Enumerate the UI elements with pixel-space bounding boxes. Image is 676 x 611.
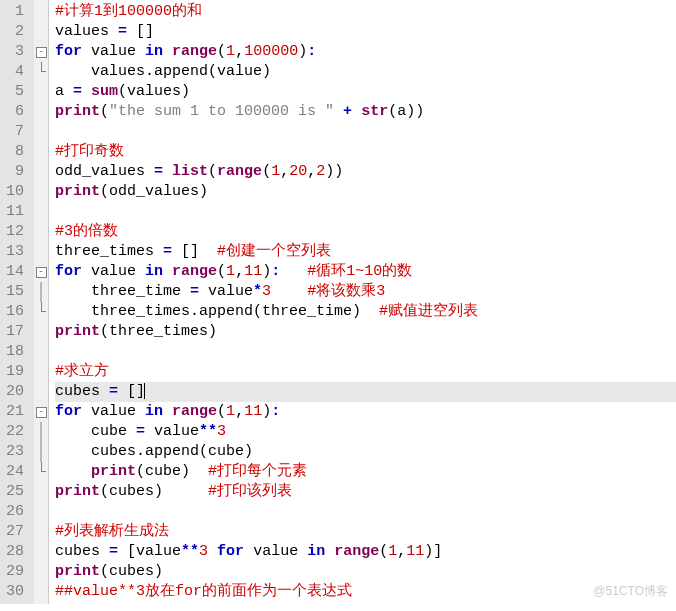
- name-token: value: [244, 543, 307, 560]
- line-number: 16: [0, 302, 34, 322]
- line-number: 25: [0, 482, 34, 502]
- code-line[interactable]: #计算1到100000的和: [55, 2, 676, 22]
- code-line[interactable]: values.append(value): [55, 62, 676, 82]
- operator-token: =: [163, 243, 172, 260]
- name-token: (: [262, 163, 271, 180]
- name-token: []: [127, 23, 154, 40]
- code-line[interactable]: for value in range(1,11): #循环1~10的数: [55, 262, 676, 282]
- keyword-token: in: [307, 543, 325, 560]
- name-token: (: [217, 43, 226, 60]
- number-token: 1: [271, 163, 280, 180]
- name-token: []: [118, 383, 145, 400]
- code-line[interactable]: print(cubes): [55, 562, 676, 582]
- name-token: (: [100, 103, 109, 120]
- fold-marker[interactable]: -: [34, 402, 48, 422]
- code-line[interactable]: three_time = value*3 #将该数乘3: [55, 282, 676, 302]
- builtin-token: sum: [91, 83, 118, 100]
- name-token: value: [199, 283, 253, 300]
- line-number: 13: [0, 242, 34, 262]
- code-line[interactable]: three_times = [] #创建一个空列表: [55, 242, 676, 262]
- name-token: three_times: [55, 243, 163, 260]
- code-line[interactable]: #列表解析生成法: [55, 522, 676, 542]
- builtin-token: print: [55, 323, 100, 340]
- code-line[interactable]: [55, 202, 676, 222]
- code-line[interactable]: print(odd_values): [55, 182, 676, 202]
- code-line[interactable]: print(cube) #打印每个元素: [55, 462, 676, 482]
- code-line[interactable]: [55, 122, 676, 142]
- code-line[interactable]: cubes.append(cube): [55, 442, 676, 462]
- name-token: value: [82, 263, 145, 280]
- fold-marker: [34, 122, 48, 142]
- code-line[interactable]: [55, 342, 676, 362]
- builtin-token: print: [55, 483, 100, 500]
- string-token: "the sum 1 to 100000 is ": [109, 103, 334, 120]
- number-token: 2: [316, 163, 325, 180]
- fold-marker: [34, 562, 48, 582]
- line-number: 6: [0, 102, 34, 122]
- comment-token: #计算1到100000的和: [55, 3, 202, 20]
- fold-marker: [34, 522, 48, 542]
- number-token: 3: [217, 423, 226, 440]
- name-token: values: [55, 23, 118, 40]
- name-token: cubes.append(cube): [55, 443, 253, 460]
- code-line[interactable]: a = sum(values): [55, 82, 676, 102]
- code-line[interactable]: odd_values = list(range(1,20,2)): [55, 162, 676, 182]
- code-line[interactable]: values = []: [55, 22, 676, 42]
- fold-toggle-icon[interactable]: -: [36, 47, 47, 58]
- comment-token: #打印该列表: [208, 483, 292, 500]
- code-area[interactable]: #计算1到100000的和values = []for value in ran…: [49, 0, 676, 604]
- name-token: (: [208, 163, 217, 180]
- builtin-token: str: [361, 103, 388, 120]
- number-token: 11: [244, 263, 262, 280]
- fold-column[interactable]: ---: [34, 0, 49, 604]
- code-editor[interactable]: 1234567891011121314151617181920212223242…: [0, 0, 676, 604]
- code-line[interactable]: #打印奇数: [55, 142, 676, 162]
- line-number: 28: [0, 542, 34, 562]
- line-number: 17: [0, 322, 34, 342]
- line-number: 27: [0, 522, 34, 542]
- comment-token: #3的倍数: [55, 223, 118, 240]
- fold-marker: [34, 282, 48, 302]
- line-number: 18: [0, 342, 34, 362]
- builtin-token: range: [334, 543, 379, 560]
- name-token: (cubes): [100, 483, 208, 500]
- code-line[interactable]: #求立方: [55, 362, 676, 382]
- comment-token: #创建一个空列表: [217, 243, 331, 260]
- code-line[interactable]: for value in range(1,100000):: [55, 42, 676, 62]
- comment-token: #求立方: [55, 363, 109, 380]
- comment-token: #赋值进空列表: [379, 303, 478, 320]
- line-number: 15: [0, 282, 34, 302]
- name-token: [352, 103, 361, 120]
- builtin-token: range: [172, 263, 217, 280]
- code-line[interactable]: print("the sum 1 to 100000 is " + str(a)…: [55, 102, 676, 122]
- fold-toggle-icon[interactable]: -: [36, 407, 47, 418]
- code-line[interactable]: three_times.append(three_time) #赋值进空列表: [55, 302, 676, 322]
- fold-marker: [34, 202, 48, 222]
- name-token: cubes: [55, 383, 109, 400]
- name-token: odd_values: [55, 163, 154, 180]
- fold-marker[interactable]: -: [34, 262, 48, 282]
- code-line[interactable]: ##value**3放在for的前面作为一个表达式: [55, 582, 676, 602]
- fold-toggle-icon[interactable]: -: [36, 267, 47, 278]
- code-line[interactable]: [55, 502, 676, 522]
- name-token: cubes: [55, 543, 109, 560]
- operator-token: =: [109, 383, 118, 400]
- builtin-token: range: [172, 43, 217, 60]
- code-line[interactable]: cube = value**3: [55, 422, 676, 442]
- line-number: 21: [0, 402, 34, 422]
- code-line[interactable]: print(cubes) #打印该列表: [55, 482, 676, 502]
- code-line[interactable]: #3的倍数: [55, 222, 676, 242]
- code-line[interactable]: cubes = [value**3 for value in range(1,1…: [55, 542, 676, 562]
- line-number: 20: [0, 382, 34, 402]
- fold-marker: [34, 102, 48, 122]
- operator-token: =: [109, 543, 118, 560]
- fold-marker[interactable]: -: [34, 42, 48, 62]
- name-token: ,: [307, 163, 316, 180]
- code-line[interactable]: print(three_times): [55, 322, 676, 342]
- name-token: value: [82, 43, 145, 60]
- fold-marker: [34, 22, 48, 42]
- line-number: 7: [0, 122, 34, 142]
- code-line[interactable]: for value in range(1,11):: [55, 402, 676, 422]
- fold-marker: [34, 302, 48, 322]
- code-line[interactable]: cubes = []: [55, 382, 676, 402]
